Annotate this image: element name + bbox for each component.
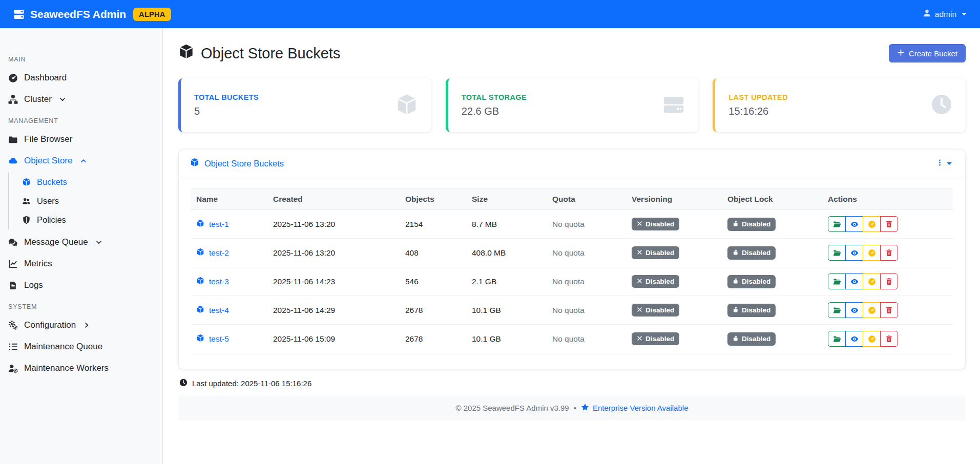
- box-icon: [196, 248, 204, 258]
- bucket-name: test-2: [209, 248, 229, 258]
- bucket-name-link[interactable]: test-5: [196, 334, 229, 344]
- sidebar-item-label: Maintenance Workers: [24, 363, 109, 373]
- browse-folder-button[interactable]: [828, 273, 846, 289]
- plus-icon: [897, 49, 905, 58]
- page-title: Object Store Buckets: [178, 44, 340, 63]
- sidebar-item-maintenance-workers[interactable]: Maintenance Workers: [0, 357, 162, 379]
- unlock-icon: [733, 220, 739, 228]
- copyright-text: © 2025 SeaweedFS Admin v3.99: [456, 404, 569, 412]
- x-icon: [637, 306, 642, 314]
- object-lock-badge: Disabled: [727, 275, 776, 288]
- col-header-versioning: Versioning: [627, 189, 722, 210]
- stat-label: TOTAL BUCKETS: [194, 93, 259, 101]
- bucket-quota: No quota: [547, 325, 627, 353]
- person-gear-icon: [8, 364, 18, 373]
- hdd-icon: [662, 93, 685, 118]
- delete-bucket-button[interactable]: [880, 331, 898, 347]
- create-bucket-button[interactable]: Create Bucket: [889, 44, 966, 62]
- sidebar-item-label: Dashboard: [24, 73, 67, 83]
- delete-bucket-button[interactable]: [880, 302, 898, 318]
- delete-bucket-button[interactable]: [880, 273, 898, 289]
- sidebar-item-configuration[interactable]: Configuration: [0, 314, 162, 336]
- bucket-objects: 408: [400, 239, 467, 267]
- last-updated-text: Last updated: 2025-11-06 15:16:26: [192, 379, 311, 388]
- sidebar-item-label: Metrics: [24, 259, 52, 269]
- stat-card-last-updated: LAST UPDATED 15:16:26: [713, 78, 966, 132]
- sidebar-item-file-browser[interactable]: File Browser: [0, 129, 162, 150]
- row-actions: [828, 216, 898, 232]
- browse-folder-button[interactable]: [828, 216, 846, 232]
- view-details-button[interactable]: [845, 216, 863, 232]
- folder-icon: [8, 135, 18, 144]
- stat-label: LAST UPDATED: [728, 93, 788, 101]
- bucket-name-link[interactable]: test-3: [196, 277, 229, 287]
- sidebar-item-metrics[interactable]: Metrics: [0, 253, 162, 275]
- col-header-size: Size: [467, 189, 547, 210]
- view-details-button[interactable]: [845, 331, 863, 347]
- sidebar-item-dashboard[interactable]: Dashboard: [0, 67, 162, 89]
- box-icon: [190, 158, 199, 169]
- buckets-table-card: Object Store Buckets: [178, 150, 966, 369]
- sidebar-item-policies[interactable]: Policies: [17, 210, 162, 229]
- sidebar-item-message-queue[interactable]: Message Queue: [0, 231, 162, 253]
- three-dots-vertical-icon: [936, 159, 944, 168]
- unlock-icon: [733, 335, 739, 343]
- object-lock-badge: Disabled: [727, 304, 776, 317]
- user-name: admin: [935, 10, 956, 19]
- sidebar-item-logs[interactable]: Logs: [0, 275, 162, 296]
- sidebar-item-label: Policies: [37, 215, 66, 225]
- browse-folder-button[interactable]: [828, 302, 846, 318]
- x-icon: [637, 335, 642, 343]
- cloud-icon: [8, 156, 18, 166]
- row-actions: [828, 331, 898, 347]
- sidebar-item-label: Message Queue: [24, 237, 88, 247]
- sidebar-item-label: Users: [37, 196, 59, 206]
- x-icon: [637, 249, 642, 257]
- browse-folder-button[interactable]: [828, 245, 846, 261]
- page-title-text: Object Store Buckets: [201, 45, 340, 62]
- shield-icon: [22, 216, 31, 224]
- bucket-created: 2025-11-06 14:29: [268, 296, 400, 325]
- clock-icon: [931, 94, 952, 117]
- delete-bucket-button[interactable]: [880, 245, 898, 261]
- enterprise-link[interactable]: Enterprise Version Available: [581, 403, 689, 413]
- view-details-button[interactable]: [845, 245, 863, 261]
- col-header-objects: Objects: [400, 189, 467, 210]
- stat-card-total-storage: TOTAL STORAGE 22.6 GB: [446, 78, 699, 132]
- app-brand[interactable]: SeaweedFS Admin: [13, 8, 126, 20]
- quota-gauge-button[interactable]: [863, 331, 881, 347]
- bucket-name-link[interactable]: test-2: [196, 248, 229, 258]
- sidebar-item-users[interactable]: Users: [17, 192, 162, 210]
- versioning-badge: Disabled: [632, 246, 679, 259]
- versioning-badge: Disabled: [632, 275, 679, 288]
- sidebar-item-cluster[interactable]: Cluster: [0, 89, 162, 110]
- table-options-dropdown[interactable]: [934, 157, 954, 170]
- quota-gauge-button[interactable]: [863, 216, 881, 232]
- bucket-size: 10.1 GB: [467, 325, 547, 353]
- view-details-button[interactable]: [845, 273, 863, 289]
- table-row: test-1 2025-11-06 13:20 2154 8.7 MB No q…: [191, 210, 953, 239]
- object-lock-badge: Disabled: [727, 246, 776, 260]
- quota-gauge-button[interactable]: [863, 302, 881, 318]
- stat-value: 5: [194, 106, 259, 117]
- user-dropdown[interactable]: admin: [923, 9, 967, 19]
- table-row: test-3 2025-11-06 14:23 546 2.1 GB No qu…: [191, 267, 953, 296]
- bucket-name-link[interactable]: test-4: [196, 305, 229, 315]
- bucket-size: 8.7 MB: [467, 210, 547, 239]
- browse-folder-button[interactable]: [828, 331, 846, 347]
- sidebar-item-maintenance-queue[interactable]: Maintenance Queue: [0, 336, 162, 357]
- quota-gauge-button[interactable]: [863, 273, 881, 289]
- quota-gauge-button[interactable]: [863, 245, 881, 261]
- stat-value: 15:16:26: [728, 106, 788, 117]
- sidebar-item-buckets[interactable]: Buckets: [17, 173, 162, 192]
- bucket-quota: No quota: [547, 267, 627, 296]
- versioning-badge: Disabled: [632, 218, 679, 230]
- x-icon: [637, 278, 642, 285]
- alpha-badge: ALPHA: [133, 8, 171, 21]
- bucket-name-link[interactable]: test-1: [196, 219, 229, 229]
- table-row: test-2 2025-11-06 13:20 408 408.0 MB No …: [191, 239, 953, 267]
- delete-bucket-button[interactable]: [880, 216, 898, 232]
- view-details-button[interactable]: [845, 302, 863, 318]
- sidebar-item-object-store[interactable]: Object Store: [0, 150, 162, 172]
- bucket-objects: 2678: [400, 296, 467, 325]
